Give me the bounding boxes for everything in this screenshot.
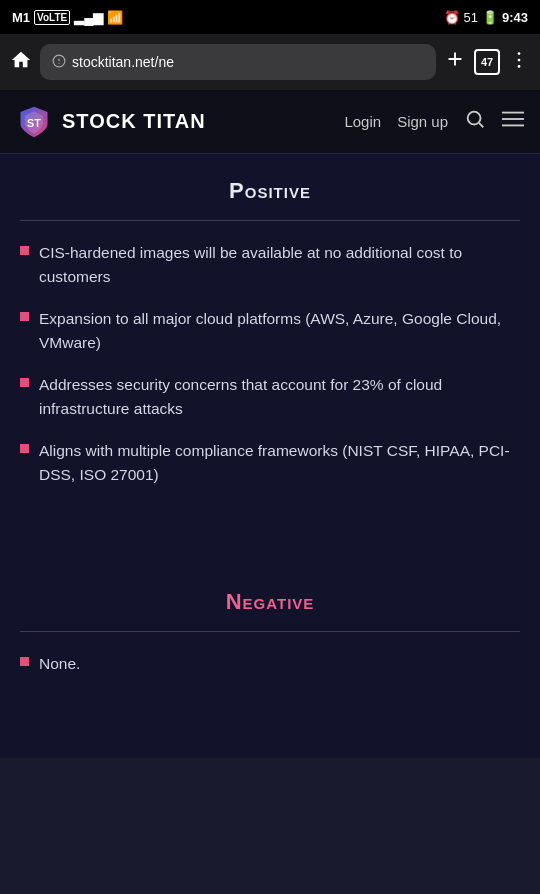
svg-rect-10 bbox=[502, 118, 524, 120]
time-display: 9:43 bbox=[502, 10, 528, 25]
list-item: Addresses security concerns that account… bbox=[20, 373, 520, 421]
site-header: ST STOCK TITAN Login Sign up bbox=[0, 90, 540, 154]
svg-point-7 bbox=[468, 112, 481, 125]
bullet-text: CIS-hardened images will be available at… bbox=[39, 241, 520, 289]
url-security-icon bbox=[52, 54, 66, 71]
bullet-text: Aligns with multiple compliance framewor… bbox=[39, 439, 520, 487]
signal-bars: ▂▄▆ bbox=[74, 10, 103, 25]
main-content: Positive CIS-hardened images will be ava… bbox=[0, 154, 540, 758]
list-item: None. bbox=[20, 652, 520, 676]
bullet-icon bbox=[20, 444, 29, 453]
negative-title: Negative bbox=[20, 589, 520, 615]
tabs-count-button[interactable]: 47 bbox=[474, 49, 500, 75]
positive-bullet-list: CIS-hardened images will be available at… bbox=[20, 241, 520, 487]
negative-bullet-list: None. bbox=[20, 652, 520, 676]
bullet-text: None. bbox=[39, 652, 80, 676]
svg-point-4 bbox=[518, 58, 521, 61]
negative-divider bbox=[20, 631, 520, 632]
list-item: Expansion to all major cloud platforms (… bbox=[20, 307, 520, 355]
bullet-icon bbox=[20, 657, 29, 666]
status-right: ⏰ 51 🔋 9:43 bbox=[444, 10, 529, 25]
bullet-icon bbox=[20, 246, 29, 255]
positive-divider bbox=[20, 220, 520, 221]
browser-menu-button[interactable] bbox=[508, 49, 530, 76]
bullet-icon bbox=[20, 312, 29, 321]
positive-section: Positive CIS-hardened images will be ava… bbox=[20, 154, 520, 529]
svg-text:ST: ST bbox=[27, 116, 41, 128]
site-name-label: STOCK TITAN bbox=[62, 110, 206, 133]
battery-level: 51 bbox=[464, 10, 478, 25]
negative-section: Negative None. bbox=[20, 569, 520, 718]
wifi-icon: 📶 bbox=[107, 10, 123, 25]
svg-rect-11 bbox=[502, 125, 524, 127]
site-logo[interactable]: ST STOCK TITAN bbox=[16, 104, 344, 140]
battery-icon: 🔋 bbox=[482, 10, 498, 25]
bullet-text: Addresses security concerns that account… bbox=[39, 373, 520, 421]
alarm-icon: ⏰ bbox=[444, 10, 460, 25]
signup-link[interactable]: Sign up bbox=[397, 113, 448, 130]
home-button[interactable] bbox=[10, 49, 32, 76]
status-bar: M1 VoLTE ▂▄▆ 📶 ⏰ 51 🔋 9:43 bbox=[0, 0, 540, 34]
url-text: stocktitan.net/ne bbox=[72, 54, 174, 70]
hamburger-menu-icon[interactable] bbox=[502, 108, 524, 135]
new-tab-button[interactable] bbox=[444, 48, 466, 76]
volte-badge: VoLTE bbox=[34, 10, 70, 25]
carrier-label: M1 bbox=[12, 10, 30, 25]
bullet-icon bbox=[20, 378, 29, 387]
browser-chrome: stocktitan.net/ne 47 bbox=[0, 34, 540, 90]
login-link[interactable]: Login bbox=[344, 113, 381, 130]
status-left: M1 VoLTE ▂▄▆ 📶 bbox=[12, 10, 123, 25]
url-bar[interactable]: stocktitan.net/ne bbox=[40, 44, 436, 80]
logo-shield-icon: ST bbox=[16, 104, 52, 140]
svg-rect-9 bbox=[502, 112, 524, 114]
search-icon[interactable] bbox=[464, 108, 486, 135]
positive-title: Positive bbox=[20, 178, 520, 204]
list-item: CIS-hardened images will be available at… bbox=[20, 241, 520, 289]
svg-point-3 bbox=[518, 52, 521, 55]
bullet-text: Expansion to all major cloud platforms (… bbox=[39, 307, 520, 355]
svg-point-2 bbox=[58, 62, 59, 63]
site-nav: Login Sign up bbox=[344, 108, 524, 135]
svg-line-8 bbox=[479, 123, 483, 127]
svg-point-5 bbox=[518, 65, 521, 68]
list-item: Aligns with multiple compliance framewor… bbox=[20, 439, 520, 487]
